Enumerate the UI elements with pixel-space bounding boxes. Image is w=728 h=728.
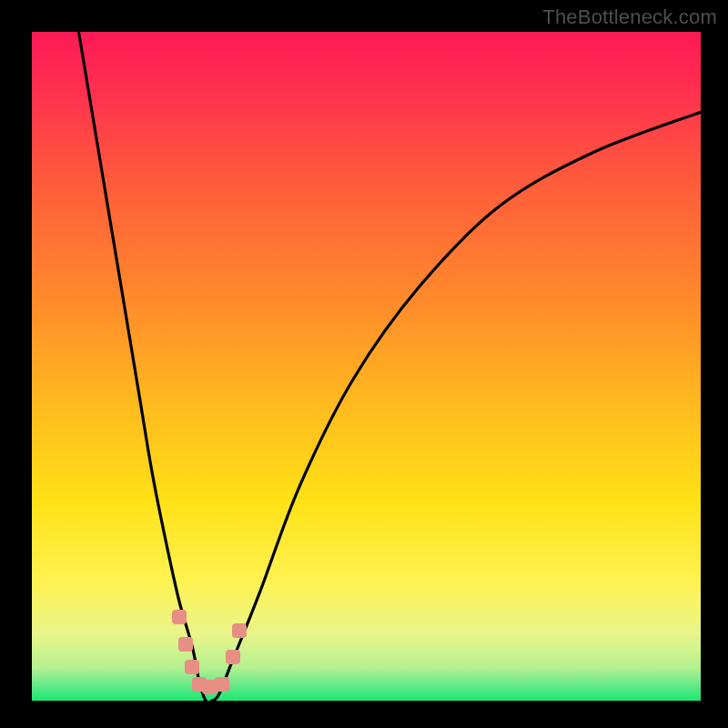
curve-marker bbox=[226, 650, 240, 664]
curve-layer bbox=[32, 32, 701, 701]
bottleneck-curve bbox=[78, 32, 701, 701]
watermark-text: TheBottleneck.com bbox=[542, 5, 717, 29]
curve-marker bbox=[202, 680, 217, 694]
plot-area bbox=[32, 32, 701, 701]
chart-frame: TheBottleneck.com bbox=[0, 0, 728, 728]
curve-marker bbox=[232, 623, 247, 638]
curve-marker bbox=[172, 610, 187, 624]
curve-marker bbox=[185, 660, 199, 674]
curve-marker bbox=[215, 677, 229, 692]
curve-marker bbox=[178, 637, 193, 652]
